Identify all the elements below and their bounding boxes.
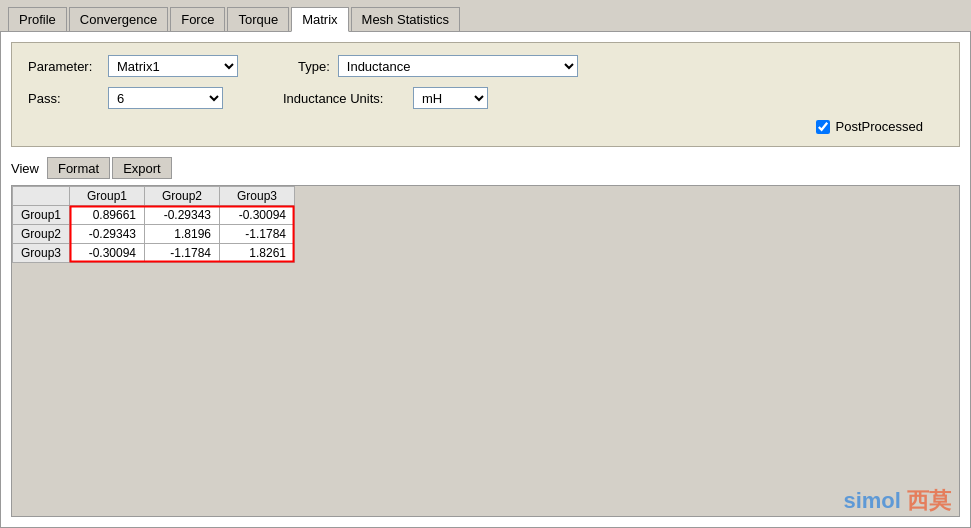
data-table: Group1 Group2 Group3 Group1 0.89661 -0.2… [12, 186, 295, 263]
type-select[interactable]: Inductance [338, 55, 578, 77]
controls-row-2: Pass: 6 Inductance Units: mH [28, 87, 943, 109]
export-button[interactable]: Export [112, 157, 172, 179]
col-header-group2: Group2 [145, 187, 220, 206]
cell-r1-c0: -0.29343 [70, 225, 145, 244]
cell-r2-c0: -0.30094 [70, 244, 145, 263]
tab-mesh-statistics[interactable]: Mesh Statistics [351, 7, 460, 31]
table-header-row: Group1 Group2 Group3 [13, 187, 295, 206]
table-row: Group1 0.89661 -0.29343 -0.30094 [13, 206, 295, 225]
tab-torque[interactable]: Torque [227, 7, 289, 31]
watermark: simol 西莫 [843, 486, 951, 516]
pass-select[interactable]: 6 [108, 87, 223, 109]
watermark-cn: 西莫 [907, 488, 951, 513]
cell-r2-c2: 1.8261 [220, 244, 295, 263]
format-button[interactable]: Format [47, 157, 110, 179]
watermark-text: simol 西莫 [843, 488, 951, 513]
cell-r1-c2: -1.1784 [220, 225, 295, 244]
controls-row-1: Parameter: Matrix1 Type: Inductance [28, 55, 943, 77]
cell-r2-c1: -1.1784 [145, 244, 220, 263]
main-container: Profile Convergence Force Torque Matrix … [0, 0, 971, 528]
row-header-group1: Group1 [13, 206, 70, 225]
postprocessed-checkbox[interactable] [816, 120, 830, 134]
postprocessed-label: PostProcessed [836, 119, 923, 134]
row-header-group2: Group2 [13, 225, 70, 244]
tab-convergence[interactable]: Convergence [69, 7, 168, 31]
view-label: View [11, 161, 39, 176]
cell-r1-c1: 1.8196 [145, 225, 220, 244]
pass-label: Pass: [28, 91, 108, 106]
tab-force[interactable]: Force [170, 7, 225, 31]
tab-matrix[interactable]: Matrix [291, 7, 348, 32]
table-row: Group3 -0.30094 -1.1784 1.8261 [13, 244, 295, 263]
tab-bar: Profile Convergence Force Torque Matrix … [0, 0, 971, 32]
table-row: Group2 -0.29343 1.8196 -1.1784 [13, 225, 295, 244]
inductance-units-select[interactable]: mH [413, 87, 488, 109]
checkbox-section: PostProcessed [28, 119, 943, 134]
parameter-select[interactable]: Matrix1 [108, 55, 238, 77]
type-section: Type: Inductance [298, 55, 578, 77]
tab-profile[interactable]: Profile [8, 7, 67, 31]
controls-section: Parameter: Matrix1 Type: Inductance Pass… [11, 42, 960, 147]
col-header-group3: Group3 [220, 187, 295, 206]
inductance-section: Inductance Units: mH [283, 87, 488, 109]
row-header-group3: Group3 [13, 244, 70, 263]
type-label: Type: [298, 59, 330, 74]
parameter-label: Parameter: [28, 59, 108, 74]
toolbar: View Format Export [11, 157, 960, 179]
cell-r0-c2: -0.30094 [220, 206, 295, 225]
col-header-group1: Group1 [70, 187, 145, 206]
col-header-empty [13, 187, 70, 206]
table-container[interactable]: Group1 Group2 Group3 Group1 0.89661 -0.2… [11, 185, 960, 517]
cell-r0-c1: -0.29343 [145, 206, 220, 225]
cell-r0-c0: 0.89661 [70, 206, 145, 225]
inductance-units-label: Inductance Units: [283, 91, 413, 106]
table-wrapper: Group1 Group2 Group3 Group1 0.89661 -0.2… [12, 186, 295, 263]
content-area: Parameter: Matrix1 Type: Inductance Pass… [0, 32, 971, 528]
